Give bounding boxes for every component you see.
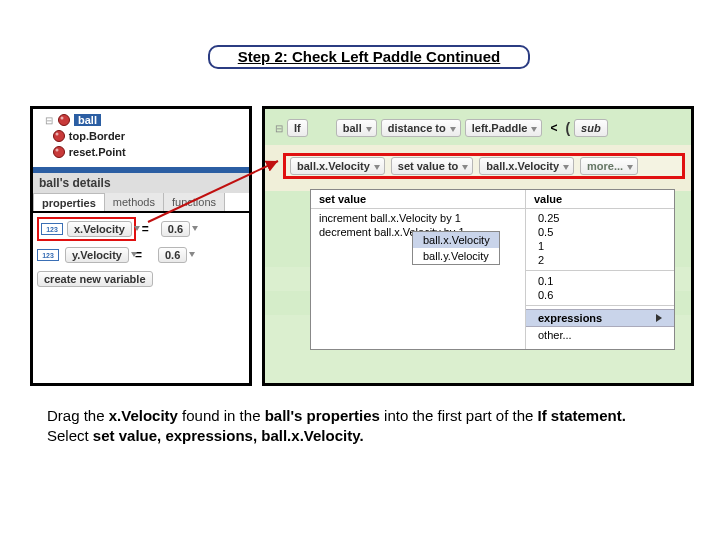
menu-item-other[interactable]: other... bbox=[526, 327, 674, 343]
object-tree: ⊟ ball top.Border reset.Point bbox=[33, 109, 249, 163]
submenu-item-ballyv[interactable]: ball.y.Velocity bbox=[413, 248, 499, 264]
submenu-arrow-icon bbox=[656, 314, 662, 322]
number-type-icon: 123 bbox=[41, 223, 63, 235]
t: Select bbox=[47, 427, 93, 444]
if-token-leftpaddle[interactable]: left.Paddle bbox=[465, 119, 543, 137]
menu-item-expressions[interactable]: expressions bbox=[526, 309, 674, 327]
if-token-sub[interactable]: sub bbox=[574, 119, 608, 137]
menu-header: set value value bbox=[311, 190, 674, 209]
ball-icon bbox=[52, 129, 66, 143]
set-value-statement[interactable]: ball.x.Velocity set value to ball.x.Velo… bbox=[283, 153, 685, 179]
t: If statement. bbox=[538, 407, 626, 424]
ball-icon bbox=[57, 113, 71, 127]
if-keyword: If bbox=[287, 119, 308, 137]
expressions-submenu[interactable]: ball.x.Velocity ball.y.Velocity bbox=[412, 231, 500, 265]
number-type-icon: 123 bbox=[37, 249, 59, 261]
svg-point-3 bbox=[55, 133, 58, 136]
tree-row-ball[interactable]: ⊟ ball bbox=[45, 113, 243, 127]
token-ballxv[interactable]: ball.x.Velocity bbox=[290, 157, 385, 175]
svg-point-4 bbox=[53, 147, 64, 158]
value-option[interactable]: 0.25 bbox=[526, 211, 674, 225]
t: into the first part of the bbox=[384, 407, 537, 424]
tree-label: ball bbox=[74, 114, 101, 126]
paren-open: ( bbox=[565, 120, 570, 136]
token-ballxv2[interactable]: ball.x.Velocity bbox=[479, 157, 574, 175]
prop-name[interactable]: y.Velocity bbox=[65, 247, 129, 263]
t: Drag the bbox=[47, 407, 109, 424]
tree-row-topborder[interactable]: top.Border bbox=[45, 129, 243, 143]
menu-right-col: 0.25 0.5 1 2 0.1 0.6 expressions other..… bbox=[526, 209, 674, 349]
create-new-variable-label: create new variable bbox=[37, 271, 153, 287]
expressions-label: expressions bbox=[538, 312, 602, 324]
t: x.Velocity bbox=[109, 407, 182, 424]
collapse-icon[interactable]: ⊟ bbox=[275, 123, 283, 134]
if-token-ball[interactable]: ball bbox=[336, 119, 377, 137]
less-than-label: < bbox=[546, 121, 561, 135]
instruction-text: Drag the x.Velocity found in the ball's … bbox=[47, 406, 680, 445]
tab-methods[interactable]: methods bbox=[105, 193, 164, 211]
details-heading: ball's details bbox=[33, 173, 249, 193]
value-option[interactable]: 0.1 bbox=[526, 274, 674, 288]
submenu-item-ballxv[interactable]: ball.x.Velocity bbox=[413, 232, 499, 248]
svg-point-5 bbox=[55, 149, 58, 152]
value-option[interactable]: 0.6 bbox=[526, 288, 674, 302]
prop-value[interactable]: 0.6 bbox=[158, 247, 187, 263]
tree-label: top.Border bbox=[69, 130, 125, 142]
tree-row-resetpoint[interactable]: reset.Point bbox=[45, 145, 243, 159]
value-option[interactable]: 0.5 bbox=[526, 225, 674, 239]
tree-leaf-icon bbox=[45, 131, 48, 142]
value-option[interactable]: 1 bbox=[526, 239, 674, 253]
menu-col-setvalue: set value bbox=[311, 190, 526, 208]
equals-label: = bbox=[138, 222, 153, 236]
token-more[interactable]: more... bbox=[580, 157, 638, 175]
prop-value[interactable]: 0.6 bbox=[161, 221, 190, 237]
menu-separator bbox=[526, 270, 674, 271]
value-option[interactable]: 2 bbox=[526, 253, 674, 267]
t: found in the bbox=[182, 407, 265, 424]
property-xvelocity[interactable]: 123 x.Velocity = 0.6 bbox=[37, 217, 245, 241]
t: set value, expressions, ball.x.Velocity. bbox=[93, 427, 364, 444]
properties-body: 123 x.Velocity = 0.6 123 y.Velocity = 0.… bbox=[33, 213, 249, 291]
ball-icon bbox=[52, 145, 66, 159]
menu-left-col: increment ball.x.Velocity by 1 decrement… bbox=[311, 209, 526, 349]
menu-col-value: value bbox=[526, 190, 674, 208]
svg-point-2 bbox=[53, 131, 64, 142]
menu-item-increment[interactable]: increment ball.x.Velocity by 1 bbox=[319, 211, 517, 225]
step-title-text: Step 2: Check Left Paddle Continued bbox=[238, 48, 501, 65]
prop-name[interactable]: x.Velocity bbox=[67, 221, 132, 237]
details-tabs: properties methods functions bbox=[33, 193, 249, 213]
svg-point-1 bbox=[61, 117, 64, 120]
token-setvalue[interactable]: set value to bbox=[391, 157, 474, 175]
menu-separator bbox=[526, 305, 674, 306]
create-new-variable[interactable]: create new variable bbox=[37, 271, 245, 287]
if-token-distance[interactable]: distance to bbox=[381, 119, 461, 137]
t: ball's properties bbox=[265, 407, 384, 424]
xvelocity-highlight: 123 x.Velocity bbox=[37, 217, 136, 241]
tree-leaf-icon bbox=[45, 147, 48, 158]
svg-point-0 bbox=[59, 115, 70, 126]
property-yvelocity[interactable]: 123 y.Velocity = 0.6 bbox=[37, 247, 245, 263]
if-statement-row[interactable]: ⊟ If ball distance to left.Paddle < ( su… bbox=[275, 119, 608, 137]
tree-expand-icon[interactable]: ⊟ bbox=[45, 115, 53, 126]
object-panel: ⊟ ball top.Border reset.Point ball's det… bbox=[30, 106, 252, 386]
tab-functions[interactable]: functions bbox=[164, 193, 225, 211]
set-value-menu[interactable]: set value value increment ball.x.Velocit… bbox=[310, 189, 675, 350]
tab-properties[interactable]: properties bbox=[33, 193, 105, 211]
step-title: Step 2: Check Left Paddle Continued bbox=[208, 45, 530, 69]
tree-label: reset.Point bbox=[69, 146, 126, 158]
